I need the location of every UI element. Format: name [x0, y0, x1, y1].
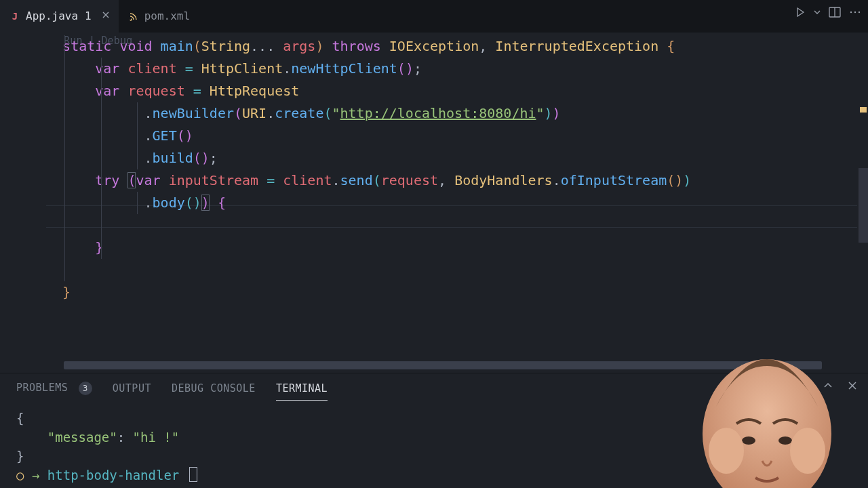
terminal-prompt-line: ○ → http-body-handler [16, 466, 852, 485]
svg-point-8 [806, 385, 807, 386]
maximize-panel-icon[interactable] [823, 381, 833, 390]
code-line: var request = HttpRequest [46, 80, 868, 102]
panel-tab-output[interactable]: OUTPUT [113, 382, 151, 400]
code-line [46, 259, 868, 281]
xml-file-icon [128, 11, 139, 22]
panel-tab-debug-console[interactable]: DEBUG CONSOLE [172, 382, 256, 400]
code-line: .build(); [46, 147, 868, 169]
titlebar-actions [795, 7, 861, 18]
minimap-slider[interactable] [859, 168, 868, 243]
panel-tab-problems[interactable]: PROBLEMS 3 [16, 382, 92, 401]
terminal[interactable]: { "message": "hi !" } ○ → http-body-hand… [0, 401, 868, 485]
run-button[interactable] [795, 7, 806, 18]
code-line: } [46, 237, 868, 259]
editor-tabs: J App.java 1 pom.xml [0, 0, 868, 33]
code-line: } [46, 281, 868, 304]
bottom-panel: PROBLEMS 3 OUTPUT DEBUG CONSOLE TERMINAL… [0, 373, 868, 488]
tab-modified-badge: 1 [85, 9, 92, 22]
panel-actions [769, 380, 857, 391]
close-icon[interactable] [101, 10, 111, 22]
code-line: try (var inputStream = client.send(reque… [46, 169, 868, 192]
terminal-line: "message": "hi !" [16, 428, 852, 447]
svg-point-7 [802, 385, 803, 386]
panel-tab-terminal[interactable]: TERMINAL [276, 382, 328, 401]
problems-badge: 3 [79, 382, 92, 395]
code-line: .newBuilder(URI.create("http://localhost… [46, 102, 868, 125]
panel-tab-label: PROBLEMS [16, 382, 68, 394]
terminal-line: } [16, 447, 852, 466]
terminal-line: { [16, 409, 852, 428]
svg-point-2 [850, 12, 852, 13]
close-panel-icon[interactable] [848, 381, 857, 390]
tab-label: App.java [26, 9, 78, 22]
code-editor[interactable]: Run | Debug static void main(String... a… [0, 33, 868, 373]
new-terminal-icon[interactable] [769, 380, 781, 391]
tab-pom-xml[interactable]: pom.xml [119, 0, 198, 33]
warning-marker [860, 107, 867, 113]
svg-point-3 [854, 12, 856, 13]
panel-tabs: PROBLEMS 3 OUTPUT DEBUG CONSOLE TERMINAL [0, 373, 868, 401]
code-line: .body()) { [46, 192, 868, 214]
terminal-cursor [190, 468, 197, 481]
code-line: var client = HttpClient.newHttpClient(); [46, 58, 868, 80]
overview-ruler[interactable] [857, 33, 868, 373]
more-icon[interactable] [849, 7, 861, 18]
code-line: static void main(String... args) throws … [46, 35, 868, 58]
svg-point-6 [797, 385, 799, 386]
svg-point-4 [859, 12, 860, 13]
split-editor-icon[interactable] [829, 7, 841, 18]
tab-app-java[interactable]: J App.java 1 [0, 0, 119, 33]
tab-label: pom.xml [144, 9, 190, 22]
horizontal-scrollbar[interactable] [64, 361, 822, 369]
code-line: .GET() [46, 125, 868, 147]
run-dropdown-icon[interactable] [814, 9, 821, 16]
code-line [46, 214, 868, 237]
java-file-icon: J [9, 11, 20, 22]
more-icon[interactable] [796, 380, 808, 391]
